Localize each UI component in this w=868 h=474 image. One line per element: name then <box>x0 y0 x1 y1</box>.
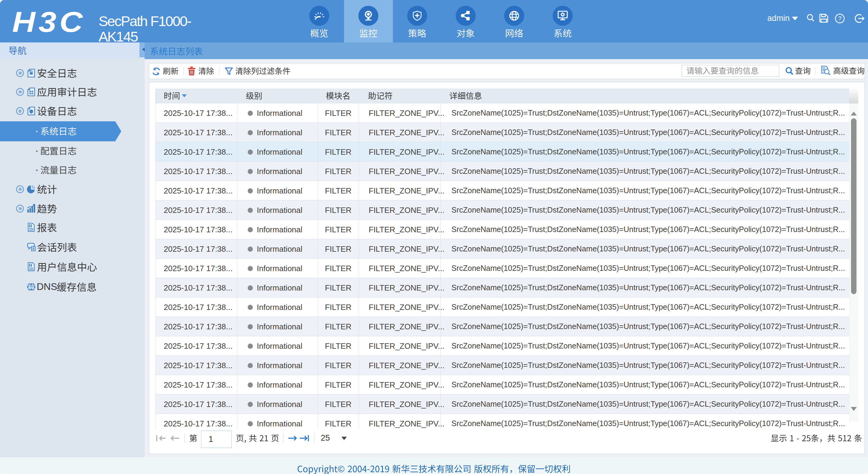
svg-text:DNS: DNS <box>28 286 34 289</box>
svg-text:?: ? <box>838 15 841 22</box>
